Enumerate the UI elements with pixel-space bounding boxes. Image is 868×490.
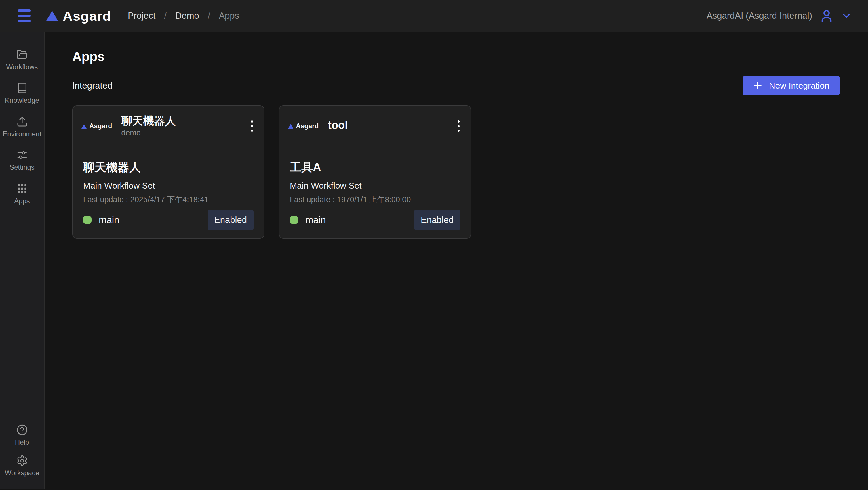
sidebar-item-help[interactable]: Help: [0, 424, 44, 446]
chevron-down-icon: [841, 10, 852, 21]
card-last-update: Last update : 2025/4/17 下午4:18:41: [83, 194, 253, 205]
sidebar-item-workflows[interactable]: Workflows: [0, 49, 44, 71]
kebab-dot: [251, 130, 253, 132]
app-card-chatbot[interactable]: Asgard 聊天機器人 demo 聊天機器人 Main Workflow Se…: [72, 105, 265, 239]
branch-name: main: [305, 215, 326, 225]
book-icon: [17, 82, 28, 94]
card-title: 工具A: [290, 159, 460, 175]
folder-open-icon: [17, 49, 28, 60]
card-header-subtitle: demo: [121, 129, 176, 137]
card-header-text: 聊天機器人 demo: [121, 115, 176, 138]
account-menu[interactable]: AsgardAI (Asgard Internal): [707, 8, 852, 23]
card-header-title: 聊天機器人: [121, 115, 176, 127]
card-title: 聊天機器人: [83, 159, 253, 175]
card-workflow-set: Main Workflow Set: [83, 181, 253, 191]
enabled-button[interactable]: Enabled: [414, 210, 460, 230]
card-body: 聊天機器人 Main Workflow Set Last update : 20…: [73, 147, 264, 238]
breadcrumb-separator: /: [164, 11, 167, 21]
kebab-dot: [458, 125, 460, 127]
sidebar-item-label: Workspace: [5, 469, 39, 477]
sidebar-item-label: Settings: [9, 164, 34, 171]
sidebar-item-apps[interactable]: Apps: [0, 183, 44, 205]
hamburger-bar: [18, 15, 31, 17]
card-footer: main Enabled: [83, 210, 253, 230]
card-body: 工具A Main Workflow Set Last update : 1970…: [279, 147, 470, 238]
kebab-dot: [251, 121, 253, 123]
breadcrumb-separator: /: [208, 11, 210, 21]
new-integration-label: New Integration: [769, 81, 830, 91]
hamburger-menu-icon[interactable]: [18, 9, 31, 22]
hamburger-bar: [18, 9, 31, 12]
card-workflow-set: Main Workflow Set: [290, 181, 460, 191]
help-circle-icon: [17, 424, 28, 436]
account-name: AsgardAI (Asgard Internal): [707, 11, 812, 21]
breadcrumb-apps-current: Apps: [219, 11, 239, 21]
card-brand-logo: Asgard: [288, 122, 319, 130]
triangle-logo-icon: [82, 124, 87, 129]
gear-icon: [17, 455, 28, 466]
plus-icon: [753, 81, 763, 91]
topbar: Asgard Project / Demo / Apps AsgardAI (A…: [0, 0, 868, 32]
card-header-text: tool: [328, 119, 348, 133]
sidebar-item-label: Knowledge: [5, 97, 39, 104]
card-header: Asgard tool: [279, 106, 470, 147]
status-dot-green: [290, 216, 298, 224]
sidebar-item-environment[interactable]: Environment: [0, 116, 44, 138]
card-brand-logo: Asgard: [82, 122, 112, 130]
breadcrumb: Project / Demo / Apps: [128, 11, 239, 21]
triangle-logo-icon: [288, 124, 293, 129]
sidebar-item-label: Environment: [3, 130, 41, 138]
enabled-button[interactable]: Enabled: [208, 210, 253, 230]
kebab-dot: [458, 130, 460, 132]
app-card-tool[interactable]: Asgard tool 工具A Main Workflow Set: [279, 105, 471, 239]
kebab-menu-icon[interactable]: [455, 118, 462, 135]
kebab-dot: [251, 125, 253, 127]
app-shell: Workflows Knowledge Environment: [0, 32, 868, 489]
breadcrumb-project[interactable]: Project: [128, 11, 155, 21]
brand-name: Asgard: [63, 8, 111, 24]
status-dot-green: [83, 216, 92, 224]
new-integration-button[interactable]: New Integration: [743, 76, 840, 95]
card-brand-name: Asgard: [296, 122, 319, 130]
card-header: Asgard 聊天機器人 demo: [73, 106, 264, 147]
kebab-dot: [458, 121, 460, 123]
cards-container: Asgard 聊天機器人 demo 聊天機器人 Main Workflow Se…: [72, 105, 840, 239]
sidebar-item-knowledge[interactable]: Knowledge: [0, 82, 44, 104]
card-last-update: Last update : 1970/1/1 上午8:00:00: [290, 194, 460, 205]
card-header-title: tool: [328, 119, 348, 132]
sidebar-item-workspace[interactable]: Workspace: [0, 455, 44, 477]
card-brand-name: Asgard: [89, 122, 112, 130]
brand-logo[interactable]: Asgard: [46, 8, 111, 24]
sidebar-item-settings[interactable]: Settings: [0, 149, 44, 171]
section-label: Integrated: [72, 80, 113, 91]
card-footer: main Enabled: [290, 210, 460, 230]
sliders-icon: [17, 149, 28, 161]
breadcrumb-demo[interactable]: Demo: [175, 11, 199, 21]
main-content: Apps Integrated New Integration Asgard: [44, 32, 868, 489]
grid-dots-icon: [17, 183, 28, 194]
hamburger-bar: [18, 20, 31, 22]
kebab-menu-icon[interactable]: [249, 118, 255, 135]
section-row: Integrated New Integration: [72, 76, 840, 95]
upload-icon: [17, 116, 28, 127]
page-title: Apps: [72, 50, 840, 64]
triangle-logo-icon: [46, 11, 58, 21]
sidebar-item-label: Apps: [14, 197, 30, 205]
sidebar-item-label: Workflows: [6, 63, 38, 71]
sidebar: Workflows Knowledge Environment: [0, 32, 44, 489]
branch-name: main: [99, 215, 119, 225]
user-icon: [819, 8, 834, 23]
sidebar-item-label: Help: [15, 438, 29, 446]
